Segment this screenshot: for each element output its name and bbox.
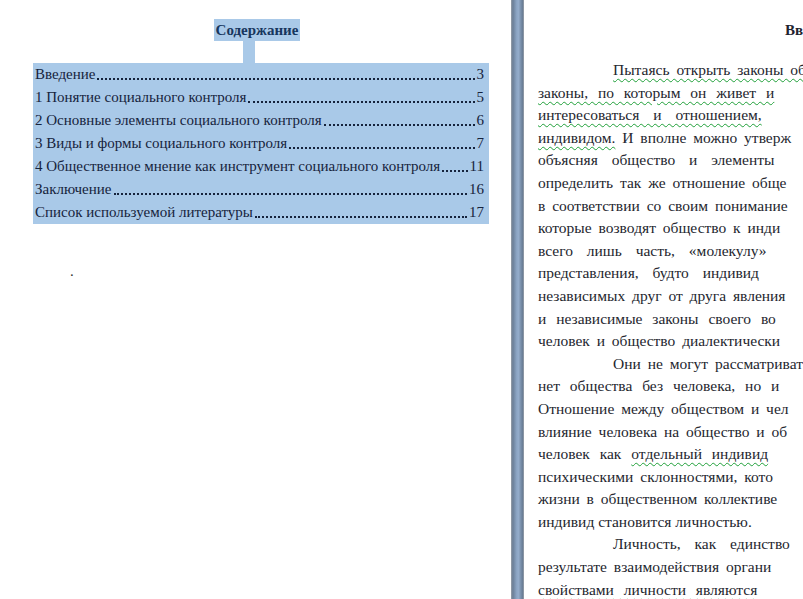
text-segment: в соответствии со своим понимание xyxy=(538,197,788,214)
spellcheck-underlined-text: Пытаясь открыть законы общ xyxy=(613,61,803,78)
body-text-line[interactable]: которые возводят общество к инди xyxy=(538,217,803,240)
selected-paragraph-mark xyxy=(243,41,255,63)
toc-dot-leader xyxy=(289,147,474,149)
toc-entry-label: 3 Виды и формы социального контроля xyxy=(35,132,287,155)
body-text-line[interactable]: психическими склонностями, кото xyxy=(538,466,803,489)
toc-title-selection-highlight: Содержание xyxy=(214,19,300,41)
toc-entry[interactable]: Список используемой литературы17 xyxy=(33,201,489,224)
body-text-line[interactable]: Пытаясь открыть законы общ xyxy=(538,59,803,82)
toc-entry-label: Список используемой литературы xyxy=(35,201,253,224)
toc-dot-leader xyxy=(248,101,474,103)
toc-entry[interactable]: 1 Понятие социального контроля5 xyxy=(33,86,489,109)
toc-entry[interactable]: 2 Основные элементы социального контроля… xyxy=(33,109,489,132)
text-segment: Они не могут рассматриватьс xyxy=(613,355,803,372)
toc-entry-label: 4 Общественное мнение как инструмент соц… xyxy=(35,155,440,178)
text-segment: независимых друг от друга явления xyxy=(538,287,785,304)
spellcheck-underlined-text: отдельный индивид xyxy=(631,445,768,462)
body-text-line[interactable]: Личность, как единство с xyxy=(538,533,803,556)
toc-dot-leader xyxy=(324,124,475,126)
body-text-line[interactable]: определить так же отношение обще xyxy=(538,172,803,195)
word-processor-canvas: { "colors": { "selection_highlight": "#a… xyxy=(0,0,803,599)
toc-entry[interactable]: Введение3 xyxy=(33,63,489,86)
text-segment: всего лишь часть, «молекулу» xyxy=(538,242,767,259)
text-segment: индивид становится личностью. xyxy=(538,513,752,530)
text-segment: Отношение между обществом и чел xyxy=(538,400,789,417)
toc-entry-page-number: 11 xyxy=(470,155,484,178)
body-text-line[interactable]: объясняя общество и элементы xyxy=(538,149,803,172)
text-segment: человек как xyxy=(538,445,631,462)
toc-entry-page-number: 7 xyxy=(477,132,485,155)
toc-entry-page-number: 6 xyxy=(477,109,485,132)
toc-entry-label: 2 Основные элементы социального контроля xyxy=(35,109,322,132)
text-segment: человек и общество диалектически xyxy=(538,332,780,349)
body-text-line[interactable]: в соответствии со своим понимание xyxy=(538,195,803,218)
toc-entry[interactable]: Заключение16 xyxy=(33,178,489,201)
body-text-line[interactable]: независимых друг от друга явления xyxy=(538,285,803,308)
toc-entry-page-number: 3 xyxy=(477,63,485,86)
toc-entry[interactable]: 3 Виды и формы социального контроля7 xyxy=(33,132,489,155)
body-text-line[interactable]: влияние человека на общество и об xyxy=(538,421,803,444)
spellcheck-underlined-text: интересоваться и отношением, xyxy=(538,106,762,123)
toc-block: Введение31 Понятие социального контроля5… xyxy=(33,63,489,224)
toc-entry-label: Заключение xyxy=(35,178,112,201)
toc-entry-page-number: 17 xyxy=(469,201,484,224)
text-segment: и независимые законы своего во xyxy=(538,310,776,327)
body-text-line[interactable]: свойствами личности являются xyxy=(538,579,803,599)
page-gap-divider xyxy=(511,0,524,599)
body-text-line[interactable]: Отношение между обществом и чел xyxy=(538,398,803,421)
body-text-line[interactable]: нет общества без человека, но и xyxy=(538,375,803,398)
body-text-line[interactable]: и независимые законы своего во xyxy=(538,308,803,331)
text-segment: объясняя общество и элементы xyxy=(538,151,774,168)
text-segment: которые возводят общество к инди xyxy=(538,219,780,236)
toc-entry[interactable]: 4 Общественное мнение как инструмент соц… xyxy=(33,155,489,178)
text-segment: нет общества без человека, но и xyxy=(538,377,779,394)
document-page-left[interactable]: Содержание Введение31 Понятие социальног… xyxy=(0,0,511,599)
body-text-line[interactable]: результате взаимодействия органи xyxy=(538,556,803,579)
toc-dot-leader xyxy=(442,170,467,172)
body-text-line[interactable]: жизни в общественном коллективе xyxy=(538,488,803,511)
text-segment: психическими склонностями, кото xyxy=(538,468,773,485)
body-text-line[interactable]: индивид становится личностью. xyxy=(538,511,803,534)
body-text-line[interactable]: человек как отдельный индивид xyxy=(538,443,803,466)
body-text-line[interactable]: представления, будто индивид xyxy=(538,262,803,285)
spellcheck-underlined-text: свойствами личности являются xyxy=(538,581,757,598)
toc-entry-label: 1 Понятие социального контроля xyxy=(35,86,246,109)
toc-dot-leader xyxy=(97,78,474,80)
text-segment: Личность, как единство с xyxy=(613,535,803,552)
toc-title[interactable]: Содержание xyxy=(216,22,299,39)
body-text-line[interactable]: интересоваться и отношением, xyxy=(538,104,803,127)
body-text-line[interactable]: законы, по которым он живет и xyxy=(538,82,803,105)
stray-period-text[interactable]: . xyxy=(70,263,74,280)
spellcheck-underlined-text: индивидом. xyxy=(538,129,615,146)
body-text-line[interactable]: всего лишь часть, «молекулу» xyxy=(538,240,803,263)
body-text-line[interactable]: Они не могут рассматриватьс xyxy=(538,353,803,376)
section-heading-fragment[interactable]: Вв xyxy=(785,22,803,39)
toc-entry-page-number: 5 xyxy=(477,86,485,109)
body-text-line[interactable]: человек и общество диалектически xyxy=(538,330,803,353)
toc-dot-leader xyxy=(255,216,467,218)
text-segment: результате взаимодействия органи xyxy=(538,558,771,575)
text-segment: жизни в общественном коллективе xyxy=(538,490,777,507)
toc-dot-leader xyxy=(114,193,468,195)
text-segment: определить так же отношение обще xyxy=(538,174,786,191)
body-text-column: Пытаясь открыть законы общзаконы, по кот… xyxy=(538,59,803,599)
toc-entry-page-number: 16 xyxy=(469,178,484,201)
text-segment: И вполне можно утверж xyxy=(615,129,791,146)
body-text-line[interactable]: индивидом. И вполне можно утверж xyxy=(538,127,803,150)
spellcheck-underlined-text: законы, по которым он живет и xyxy=(538,84,774,101)
text-segment: влияние человека на общество и об xyxy=(538,423,787,440)
document-page-right[interactable]: Вв Пытаясь открыть законы общзаконы, по … xyxy=(524,0,803,599)
text-segment: представления, будто индивид xyxy=(538,264,759,281)
toc-entry-label: Введение xyxy=(35,63,95,86)
